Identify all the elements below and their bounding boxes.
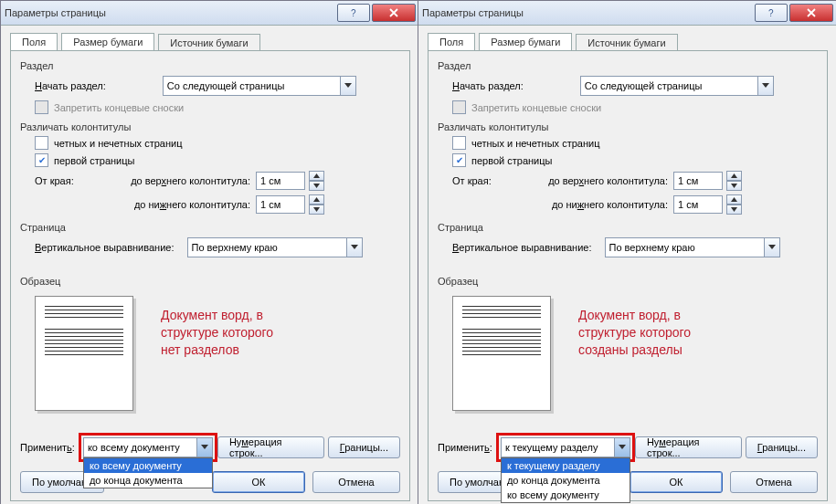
ok-button[interactable]: ОК — [630, 471, 723, 493]
suppress-endnotes-checkbox: Запретить концевые сноски — [35, 100, 400, 114]
header-distance-label: до верхнего колонтитула: — [95, 175, 250, 186]
checkbox-icon — [452, 100, 466, 114]
tab-strip: Поля Размер бумаги Источник бумаги — [428, 33, 836, 50]
titlebar[interactable]: Параметры страницы ? — [418, 1, 836, 26]
dropdown-arrow-icon — [614, 438, 630, 457]
start-section-select[interactable]: Со следующей страницы — [580, 76, 774, 96]
tab-paper-size[interactable]: Размер бумаги — [61, 33, 154, 50]
header-distance-value: 1 см — [673, 172, 723, 190]
preview-thumbnail — [452, 296, 551, 411]
close-button[interactable] — [789, 4, 833, 22]
dropdown-arrow-icon — [196, 438, 212, 457]
section-preview: Образец — [20, 276, 400, 287]
header-distance-spinner[interactable]: 1 см — [256, 171, 324, 191]
section-razdel: Раздел — [438, 60, 818, 71]
checkbox-checked-icon — [452, 153, 466, 167]
tab-margins[interactable]: Поля — [428, 33, 475, 50]
from-edge-label: От края: — [452, 175, 507, 186]
spin-down-icon[interactable] — [726, 181, 742, 191]
tab-margins[interactable]: Поля — [10, 33, 58, 50]
section-headers: Различать колонтитулы — [438, 121, 818, 132]
spin-up-icon[interactable] — [309, 171, 324, 181]
tab-paper-size[interactable]: Размер бумаги — [479, 33, 572, 50]
valign-select[interactable]: По верхнему краю — [187, 237, 363, 257]
apply-to-select[interactable]: к текущему разделу — [501, 437, 630, 457]
start-section-value: Со следующей страницы — [581, 80, 757, 91]
checkbox-icon — [452, 136, 466, 150]
svg-text:?: ? — [351, 8, 356, 17]
line-numbers-button[interactable]: Нумерация строк... — [217, 436, 324, 458]
help-button[interactable]: ? — [337, 4, 370, 22]
apply-label: Применить: — [438, 442, 492, 453]
footer-distance-spinner[interactable]: 1 см — [673, 194, 742, 215]
cancel-button[interactable]: Отмена — [730, 471, 818, 493]
apply-option[interactable]: ко всему документу — [502, 488, 630, 502]
checkbox-checked-icon — [35, 153, 48, 167]
dropdown-arrow-icon — [346, 238, 362, 257]
start-section-label: ННачать раздел:ачать раздел: — [35, 80, 106, 91]
window-title: Параметры страницы — [422, 7, 753, 18]
apply-to-dropdown[interactable]: ко всему документу до конца документа — [83, 457, 213, 488]
window-title: Параметры страницы — [5, 7, 335, 18]
apply-to-value: ко всему документу — [84, 442, 196, 453]
apply-highlight: ко всему документу ко всему документу до… — [79, 433, 217, 462]
tab-paper-source[interactable]: Источник бумаги — [158, 34, 259, 51]
dropdown-arrow-icon — [764, 238, 779, 257]
valign-select[interactable]: По верхнему краю — [605, 237, 780, 257]
tab-content: Раздел Начать раздел: Со следующей стран… — [428, 50, 828, 501]
header-distance-value: 1 см — [256, 172, 305, 190]
annotation-text: Документ ворд, вструктуре которогосоздан… — [578, 307, 691, 411]
footer-distance-value: 1 см — [673, 195, 723, 214]
start-section-select[interactable]: Со следующей страницы — [163, 76, 356, 96]
checkbox-icon — [35, 100, 48, 114]
svg-text:?: ? — [768, 8, 774, 17]
line-numbers-button[interactable]: Нумерация строк... — [635, 436, 742, 458]
apply-to-select[interactable]: ко всему документу — [83, 437, 213, 457]
valign-value: По верхнему краю — [606, 242, 764, 253]
spin-up-icon[interactable] — [309, 194, 324, 205]
apply-option[interactable]: ко всему документу — [84, 458, 212, 473]
page-setup-dialog-right: Параметры страницы ? Поля Размер бумаги … — [418, 0, 836, 504]
spin-down-icon[interactable] — [309, 205, 324, 215]
tab-paper-source[interactable]: Источник бумаги — [576, 34, 677, 51]
borders-button[interactable]: Границы... — [328, 436, 400, 458]
footer-distance-spinner[interactable]: 1 см — [256, 194, 324, 215]
annotation-text: Документ ворд, вструктуре которогонет ра… — [161, 307, 273, 411]
close-button[interactable] — [372, 4, 416, 22]
apply-option[interactable]: до конца документа — [84, 473, 212, 488]
footer-distance-value: 1 см — [256, 195, 305, 214]
apply-highlight: к текущему разделу к текущему разделу до… — [496, 433, 635, 462]
header-distance-spinner[interactable]: 1 см — [673, 171, 742, 191]
apply-label: Применить: — [20, 442, 75, 453]
odd-even-checkbox[interactable]: четных и нечетных страниц — [452, 136, 818, 150]
ok-button[interactable]: ОК — [212, 471, 305, 493]
footer-distance-label: до нижнего колонтитула: — [513, 199, 668, 210]
borders-button[interactable]: Границы... — [746, 436, 818, 458]
spin-up-icon[interactable] — [726, 171, 742, 181]
checkbox-icon — [35, 136, 48, 150]
cancel-button[interactable]: Отмена — [312, 471, 400, 493]
apply-option[interactable]: к текущему разделу — [502, 458, 630, 473]
help-button[interactable]: ? — [755, 4, 788, 22]
apply-to-value: к текущему разделу — [502, 442, 614, 453]
section-razdel: Раздел — [20, 60, 400, 71]
section-page: Страница — [20, 222, 400, 233]
start-section-value: Со следующей страницы — [164, 80, 340, 91]
first-page-checkbox[interactable]: первой страницы — [452, 153, 818, 167]
spin-down-icon[interactable] — [309, 181, 324, 191]
from-edge-label: От края: — [35, 175, 90, 186]
apply-option[interactable]: до конца документа — [502, 473, 630, 488]
apply-to-dropdown[interactable]: к текущему разделу до конца документа ко… — [501, 457, 630, 503]
spin-up-icon[interactable] — [726, 194, 742, 205]
tab-content: Раздел ННачать раздел:ачать раздел: Со с… — [10, 50, 410, 501]
section-page: Страница — [438, 222, 818, 233]
spin-down-icon[interactable] — [726, 205, 742, 215]
valign-label: Вертикальное выравнивание: — [35, 242, 175, 253]
first-page-checkbox[interactable]: первой страницы — [35, 153, 400, 167]
header-distance-label: до верхнего колонтитула: — [513, 175, 668, 186]
valign-value: По верхнему краю — [188, 242, 346, 253]
suppress-endnotes-checkbox: Запретить концевые сноски — [452, 100, 818, 114]
odd-even-checkbox[interactable]: четных и нечетных страниц — [35, 136, 400, 150]
start-section-label: Начать раздел: — [452, 80, 524, 91]
titlebar[interactable]: Параметры страницы ? — [1, 1, 419, 26]
